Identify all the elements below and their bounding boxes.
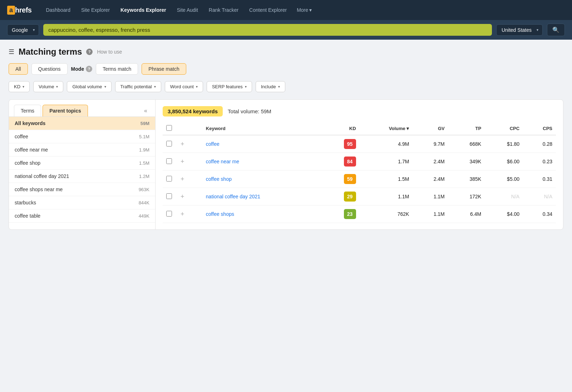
country-select-button[interactable]: United States bbox=[496, 24, 543, 36]
filter-kd[interactable]: KD ▾ bbox=[9, 81, 30, 92]
select-all-checkbox[interactable] bbox=[166, 125, 172, 131]
tp-cell: 668K bbox=[448, 135, 485, 153]
keywords-count-badge: 3,850,524 keywords bbox=[163, 106, 223, 116]
table-row: + coffee near me 84 1.7M 2.4M 349K $6.00… bbox=[163, 153, 556, 170]
keyword-link[interactable]: coffee bbox=[206, 141, 220, 147]
search-bar: Google United States 🔍 bbox=[0, 20, 572, 40]
total-volume-text: Total volume: 59M bbox=[228, 108, 271, 114]
filter-word-count[interactable]: Word count ▾ bbox=[165, 81, 203, 92]
gv-cell: 1.1M bbox=[413, 205, 448, 223]
row-checkbox[interactable] bbox=[166, 158, 172, 164]
sidebar-item-count: 449K bbox=[139, 213, 149, 219]
help-icon: ? bbox=[86, 49, 93, 55]
volume-cell: 1.7M bbox=[360, 153, 413, 170]
how-to-use-link[interactable]: How to use bbox=[97, 49, 122, 55]
col-tp: TP bbox=[448, 122, 485, 135]
sidebar-collapse-button[interactable]: « bbox=[141, 106, 150, 115]
sidebar-item-label: coffee near me bbox=[15, 147, 48, 153]
volume-cell: 4.9M bbox=[360, 135, 413, 153]
tab-all[interactable]: All bbox=[9, 63, 28, 75]
kd-badge: 29 bbox=[344, 192, 356, 202]
sidebar-item-coffee-shops-near-me[interactable]: coffee shops near me 963K bbox=[9, 183, 155, 196]
search-button[interactable]: 🔍 bbox=[547, 24, 565, 36]
filter-volume[interactable]: Volume ▾ bbox=[33, 81, 63, 92]
add-keyword-button[interactable]: + bbox=[179, 193, 186, 200]
sidebar-item-label: All keywords bbox=[15, 120, 45, 126]
mode-tabs-row: All Questions Mode ? Terms match Phrase … bbox=[9, 63, 563, 75]
add-keyword-button[interactable]: + bbox=[179, 175, 186, 183]
add-keyword-button[interactable]: + bbox=[179, 140, 186, 148]
mode-help-icon: ? bbox=[86, 66, 92, 72]
keyword-link[interactable]: coffee shop bbox=[206, 176, 232, 182]
tab-questions[interactable]: Questions bbox=[31, 63, 68, 75]
row-checkbox[interactable] bbox=[166, 211, 172, 217]
keyword-link[interactable]: coffee near me bbox=[206, 159, 239, 164]
cpc-cell: $6.00 bbox=[485, 153, 523, 170]
cpc-cell: $5.00 bbox=[485, 170, 523, 188]
col-cps: CPS bbox=[523, 122, 556, 135]
keyword-link[interactable]: national coffee day 2021 bbox=[206, 194, 260, 199]
sidebar-item-coffee-near-me[interactable]: coffee near me 1.9M bbox=[9, 143, 155, 157]
sidebar-item-label: coffee shop bbox=[15, 160, 40, 166]
keyword-link[interactable]: coffee shops bbox=[206, 211, 234, 217]
volume-cell: 1.1M bbox=[360, 188, 413, 205]
filter-traffic-potential[interactable]: Traffic potential ▾ bbox=[115, 81, 161, 92]
row-checkbox[interactable] bbox=[166, 176, 172, 182]
sidebar-item-coffee-table[interactable]: coffee table 449K bbox=[9, 209, 155, 223]
nav-content-explorer[interactable]: Content Explorer bbox=[245, 5, 291, 15]
sidebar-item-coffee-shop[interactable]: coffee shop 1.5M bbox=[9, 157, 155, 170]
tp-cell: 385K bbox=[448, 170, 485, 188]
row-checkbox[interactable] bbox=[166, 193, 172, 199]
table-area: 3,850,524 keywords Total volume: 59M Key… bbox=[156, 100, 563, 229]
sidebar-item-count: 59M bbox=[140, 121, 149, 126]
cps-cell: 0.31 bbox=[523, 170, 556, 188]
search-input[interactable] bbox=[43, 24, 492, 36]
sidebar-item-label: coffee table bbox=[15, 213, 40, 219]
logo-a: a bbox=[7, 6, 15, 15]
filter-global-volume[interactable]: Global volume ▾ bbox=[67, 81, 111, 92]
sidebar-item-label: national coffee day 2021 bbox=[15, 173, 69, 179]
nav-site-audit[interactable]: Site Audit bbox=[173, 5, 202, 15]
cps-cell: 0.23 bbox=[523, 153, 556, 170]
tab-terms-match[interactable]: Terms match bbox=[96, 63, 138, 75]
add-keyword-button[interactable]: + bbox=[179, 158, 186, 165]
sidebar-item-count: 1.5M bbox=[139, 160, 149, 166]
sidebar-item-starbucks[interactable]: starbucks 844K bbox=[9, 196, 155, 209]
tab-phrase-match[interactable]: Phrase match bbox=[142, 63, 186, 75]
cpc-cell: $1.80 bbox=[485, 135, 523, 153]
nav-site-explorer[interactable]: Site Explorer bbox=[77, 5, 114, 15]
cpc-cell: $4.00 bbox=[485, 205, 523, 223]
sidebar-item-national-coffee-day[interactable]: national coffee day 2021 1.2M bbox=[9, 170, 155, 183]
col-volume[interactable]: Volume ▾ bbox=[360, 122, 413, 135]
sidebar-item-all-keywords[interactable]: All keywords 59M bbox=[9, 117, 155, 130]
engine-select-button[interactable]: Google bbox=[7, 24, 39, 36]
nav-keywords-explorer[interactable]: Keywords Explorer bbox=[116, 5, 171, 15]
sidebar-tab-terms[interactable]: Terms bbox=[14, 105, 41, 116]
sidebar-tab-parent-topics[interactable]: Parent topics bbox=[43, 105, 88, 116]
filter-row: KD ▾ Volume ▾ Global volume ▾ Traffic po… bbox=[9, 81, 563, 92]
col-cpc: CPC bbox=[485, 122, 523, 135]
sidebar-item-coffee[interactable]: coffee 5.1M bbox=[9, 130, 155, 143]
nav-dashboard[interactable]: Dashboard bbox=[41, 5, 75, 15]
col-gv: GV bbox=[413, 122, 448, 135]
logo-hrefs: hrefs bbox=[15, 6, 31, 14]
table-header: Keyword KD Volume ▾ GV TP CPC CPS bbox=[163, 122, 556, 135]
table-summary: 3,850,524 keywords Total volume: 59M bbox=[163, 106, 556, 116]
logo[interactable]: ahrefs bbox=[7, 6, 31, 15]
tp-cell: 349K bbox=[448, 153, 485, 170]
sidebar-tabs: Terms Parent topics « bbox=[9, 100, 155, 117]
filter-include[interactable]: Include ▾ bbox=[256, 81, 285, 92]
hamburger-icon[interactable]: ☰ bbox=[9, 48, 14, 56]
nav-more[interactable]: More ▾ bbox=[293, 5, 315, 15]
sidebar-list: All keywords 59M coffee 5.1M coffee near… bbox=[9, 117, 155, 223]
filter-serp-features[interactable]: SERP features ▾ bbox=[207, 81, 252, 92]
gv-cell: 9.7M bbox=[413, 135, 448, 153]
kd-badge: 23 bbox=[344, 209, 356, 219]
nav-rank-tracker[interactable]: Rank Tracker bbox=[204, 5, 243, 15]
kd-badge: 84 bbox=[344, 157, 356, 167]
add-keyword-button[interactable]: + bbox=[179, 210, 186, 218]
gv-cell: 2.4M bbox=[413, 153, 448, 170]
row-checkbox[interactable] bbox=[166, 141, 172, 147]
volume-cell: 1.5M bbox=[360, 170, 413, 188]
gv-cell: 1.1M bbox=[413, 188, 448, 205]
